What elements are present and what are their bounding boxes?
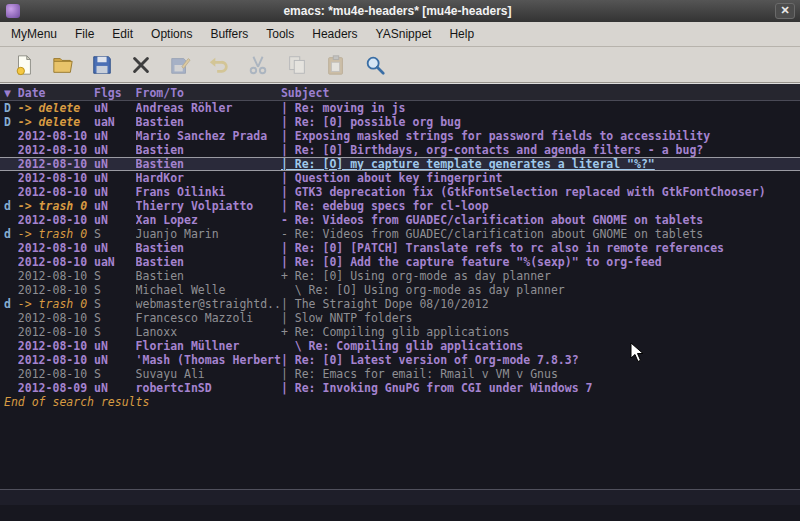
message-mark: d [4, 199, 18, 213]
message-row[interactable]: 2012-08-10 S Michael Welle \ Re: [O] Usi… [0, 283, 800, 297]
header-col-flags[interactable]: Flgs [94, 86, 136, 100]
message-flags: uN [94, 171, 136, 185]
message-subject: | GTK3 deprecation fix (GtkFontSelection… [281, 185, 800, 199]
message-date: 2012-08-10 [18, 241, 94, 255]
message-row[interactable]: 2012-08-10 uN 'Mash (Thomas Herbert) | R… [0, 353, 800, 367]
message-row[interactable]: 2012-08-10 uN Xan Lopez - Re: Videos fro… [0, 213, 800, 227]
close-icon[interactable] [129, 53, 153, 77]
sort-indicator-icon: ▼ [4, 86, 18, 100]
message-date: 2012-08-10 [18, 143, 94, 157]
close-window-button[interactable]: ✕ [775, 3, 795, 19]
message-subject: + Re: Compiling glib applications [281, 325, 800, 339]
message-mark [4, 269, 18, 283]
message-row[interactable]: 2012-08-10 uN Florian Müllner \ Re: Comp… [0, 339, 800, 353]
menu-help[interactable]: Help [440, 23, 483, 45]
menu-edit[interactable]: Edit [103, 23, 142, 45]
message-row[interactable]: D -> delete uN Andreas Röhler | Re: movi… [0, 101, 800, 115]
message-date: -> trash 0 [18, 227, 94, 241]
message-row[interactable]: 2012-08-10 uN Bastien | Re: [0] [PATCH] … [0, 241, 800, 255]
message-subject: | Re: [O] my capture template generates … [281, 158, 800, 170]
message-date: 2012-08-10 [18, 129, 94, 143]
message-subject: | The Straight Dope 08/10/2012 [281, 297, 800, 311]
message-row[interactable]: d -> trash 0 S webmaster@straightd... | … [0, 297, 800, 311]
message-row[interactable]: 2012-08-10 S Francesco Mazzoli | Slow NN… [0, 311, 800, 325]
message-subject: | Re: [0] Birthdays, org-contacts and ag… [281, 143, 800, 157]
message-from: Thierry Volpiatto [136, 199, 281, 213]
message-row[interactable]: 2012-08-10 uN Frans Oilinki | GTK3 depre… [0, 185, 800, 199]
menu-options[interactable]: Options [142, 23, 201, 45]
message-from: Frans Oilinki [136, 185, 281, 199]
message-from: Francesco Mazzoli [136, 311, 281, 325]
message-row[interactable]: 2012-08-10 S Bastien + Re: [0] Using org… [0, 269, 800, 283]
header-col-from[interactable]: From/To [136, 86, 281, 100]
search-icon[interactable] [363, 53, 387, 77]
message-flags: S [94, 269, 136, 283]
message-date: 2012-08-10 [18, 269, 94, 283]
message-subject: | Re: Emacs for email: Rmail v VM v Gnus [281, 367, 800, 381]
message-row[interactable]: d -> trash 0 uN Thierry Volpiatto | Re: … [0, 199, 800, 213]
message-flags: S [94, 367, 136, 381]
message-row[interactable]: 2012-08-10 S Lanoxx + Re: Compiling glib… [0, 325, 800, 339]
toolbar [0, 47, 800, 83]
message-date: 2012-08-10 [18, 283, 94, 297]
message-row[interactable]: 2012-08-10 uaN Bastien | Re: [0] Add the… [0, 255, 800, 269]
message-mark [4, 367, 18, 381]
menu-tools[interactable]: Tools [257, 23, 303, 45]
message-row[interactable]: 2012-08-09 uN robertcInSD | Re: Invoking… [0, 381, 800, 395]
message-subject: | Re: [0] Add the capture feature "%(sex… [281, 255, 800, 269]
message-row[interactable]: 2012-08-10 uN HardKor | Question about k… [0, 171, 800, 185]
cut-icon [246, 53, 270, 77]
message-mark: d [4, 227, 18, 241]
message-subject: | Slow NNTP folders [281, 311, 800, 325]
save-icon[interactable] [90, 53, 114, 77]
message-from: Bastien [136, 269, 281, 283]
message-mark [4, 311, 18, 325]
message-row[interactable]: 2012-08-10 uN Bastien | Re: [O] my captu… [0, 157, 800, 171]
message-mark [4, 255, 18, 269]
message-flags: uN [94, 213, 136, 227]
message-from: Bastien [136, 255, 281, 269]
message-row[interactable]: d -> trash 0 S Juanjo Marin - Re: Videos… [0, 227, 800, 241]
menu-yasnippet[interactable]: YASnippet [367, 23, 441, 45]
save-as-icon [168, 53, 192, 77]
message-date: 2012-08-10 [18, 325, 94, 339]
message-mark [4, 158, 18, 170]
message-date: -> trash 0 [18, 297, 94, 311]
message-flags: S [94, 227, 136, 241]
message-from: Xan Lopez [136, 213, 281, 227]
message-mark [4, 283, 18, 297]
message-date: -> trash 0 [18, 199, 94, 213]
message-subject: \ Re: [O] Using org-mode as day planner [281, 283, 800, 297]
message-row[interactable]: 2012-08-10 uN Bastien | Re: [0] Birthday… [0, 143, 800, 157]
message-row[interactable]: 2012-08-10 uN Mario Sanchez Prada | Expo… [0, 129, 800, 143]
message-subject: | Re: moving in js [281, 101, 800, 115]
echo-area [0, 505, 800, 521]
message-mark [4, 129, 18, 143]
message-from: 'Mash (Thomas Herbert) [136, 353, 281, 367]
copy-icon [285, 53, 309, 77]
undo-icon [207, 53, 231, 77]
message-date: 2012-08-10 [18, 158, 94, 170]
message-from: Bastien [136, 241, 281, 255]
message-flags: S [94, 325, 136, 339]
modeline: *mu4e-headers* ( 5, 0) [All/2.0k] [ mu4e… [0, 489, 800, 505]
menu-file[interactable]: File [66, 23, 103, 45]
header-col-subject[interactable]: Subject [281, 86, 800, 100]
message-date: 2012-08-10 [18, 353, 94, 367]
message-row[interactable]: 2012-08-10 S Suvayu Ali | Re: Emacs for … [0, 367, 800, 381]
new-file-icon[interactable] [12, 53, 36, 77]
menu-headers[interactable]: Headers [303, 23, 366, 45]
message-subject: | Exposing masked strings for password f… [281, 129, 800, 143]
window-title: emacs: *mu4e-headers* [mu4e-headers] [20, 4, 775, 18]
header-col-date[interactable]: Date [18, 86, 94, 100]
message-mark [4, 381, 18, 395]
message-date: 2012-08-10 [18, 185, 94, 199]
message-row[interactable]: D -> delete uaN Bastien | Re: [0] possib… [0, 115, 800, 129]
message-flags: uN [94, 143, 136, 157]
open-icon[interactable] [51, 53, 75, 77]
menu-mymenu[interactable]: MyMenu [2, 23, 66, 45]
menu-buffers[interactable]: Buffers [201, 23, 257, 45]
message-mark: d [4, 297, 18, 311]
message-from: Florian Müllner [136, 339, 281, 353]
message-flags: uN [94, 129, 136, 143]
